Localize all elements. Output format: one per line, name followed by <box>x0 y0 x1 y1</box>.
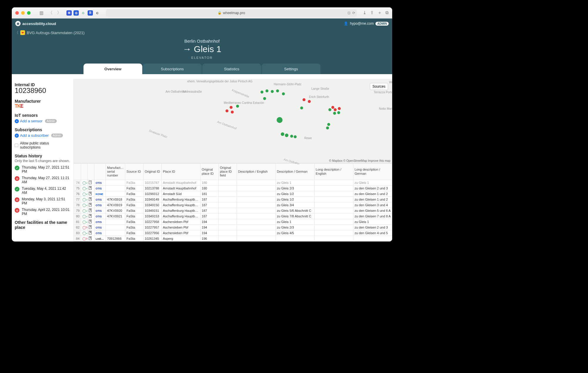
map-status-marker[interactable] <box>271 90 274 93</box>
maximize-window-button[interactable] <box>27 11 31 15</box>
close-window-button[interactable] <box>15 11 19 15</box>
source-id-cell: FaSta <box>125 225 143 230</box>
tab-subscriptions[interactable]: Subscriptions <box>143 64 202 74</box>
desc-en-cell <box>237 225 275 230</box>
ext-icon-4[interactable]: B <box>88 10 93 16</box>
map-status-marker[interactable] <box>327 123 330 126</box>
address-bar[interactable]: 🔒 wheelmap.pro ⊡ ⟳ <box>106 9 357 17</box>
map-status-marker[interactable] <box>294 135 297 138</box>
ext-icon-3[interactable]: ◇ <box>81 10 86 16</box>
share-icon[interactable]: ⇪ <box>370 10 374 16</box>
table-row[interactable]: 77◯✓OTIS47KV0918FaSta10349149Aschaffenbu… <box>74 197 392 202</box>
ext-icon-2[interactable]: ◎ <box>74 10 79 16</box>
ext-icon-5[interactable]: ◐ <box>95 10 100 16</box>
sidebar-toggle-icon[interactable]: ▥ <box>38 10 45 16</box>
map-status-marker[interactable] <box>231 111 234 114</box>
column-header[interactable]: Long description / English <box>314 164 353 180</box>
map-status-marker[interactable] <box>236 105 239 108</box>
map-status-marker[interactable] <box>265 89 268 92</box>
tab-overview[interactable]: Overview <box>83 64 142 74</box>
original-id-cell: 10298312 <box>143 191 162 197</box>
column-header[interactable]: Description / German <box>275 164 314 180</box>
column-header[interactable]: Original place ID field <box>218 164 237 180</box>
table-row[interactable]: 79◯✓OTIS47KV0920FaSta10349151Aschaffenbu… <box>74 208 392 214</box>
map-status-marker[interactable] <box>281 132 284 136</box>
new-tab-icon[interactable]: ＋ <box>377 10 382 16</box>
column-header[interactable]: Description / English <box>237 164 275 180</box>
column-header[interactable] <box>88 164 94 180</box>
map-status-marker[interactable] <box>333 112 336 115</box>
table-row[interactable]: 83◯✓OTISFaSta10227956Aschersleben Pbf194… <box>74 230 392 236</box>
map-status-marker[interactable] <box>225 109 228 112</box>
history-item[interactable]: ⊖Monday, May 3, 2021 12:51 PM <box>15 197 71 205</box>
allow-public-checkbox[interactable]: Allow public status subscriptions <box>15 141 71 149</box>
tab-settings[interactable]: Settings <box>262 64 320 74</box>
map-status-marker[interactable] <box>277 117 283 123</box>
column-header[interactable] <box>94 164 106 180</box>
column-header[interactable]: Long description / German <box>353 164 392 180</box>
column-header[interactable]: Original ID <box>143 164 162 180</box>
nav-back-button[interactable]: 〈 <box>47 10 54 16</box>
status-history-sub: Only the last 5 changes are shown. <box>15 159 71 163</box>
desc-de-cell: zu Gleis 5/6 Abschnitt C <box>275 208 314 214</box>
map-status-marker[interactable] <box>300 106 303 109</box>
minimize-window-button[interactable] <box>21 11 25 15</box>
table-row[interactable]: 84◯✕Lödi…70912866FaSta10261345Asperg196 <box>74 236 392 242</box>
original-place-id-field-cell <box>218 202 237 208</box>
map-status-marker[interactable] <box>326 126 329 129</box>
original-place-id-field-cell <box>218 219 237 225</box>
column-header[interactable]: Manufacturer serial number <box>106 164 125 180</box>
map-status-marker[interactable] <box>328 108 331 111</box>
nav-forward-button[interactable]: 〉 <box>56 10 62 16</box>
map-status-marker[interactable] <box>230 106 233 109</box>
table-row[interactable]: 74◯✓OTISFaSta10215787Arnstadt Hauptbahnh… <box>74 180 392 186</box>
map-sources-button[interactable]: Sources <box>370 83 388 90</box>
main-panel: Sources © Mapbox © OpenStreetMap Improve… <box>74 79 392 242</box>
column-header[interactable]: Source ID <box>125 164 143 180</box>
original-place-id-field-cell <box>218 230 237 236</box>
column-header[interactable]: Original place ID <box>201 164 219 180</box>
map-status-marker[interactable] <box>290 135 293 138</box>
table-row[interactable]: 85◯✓TKE284013012FaSta10496750Attilastraß… <box>74 242 392 242</box>
table-row[interactable]: 81◯✓OTISFaSta10227958Aschersleben Pbf194… <box>74 219 392 225</box>
table-row[interactable]: 78◯✓OTIS47KV0919FaSta10349150Aschaffenbu… <box>74 202 392 208</box>
map-status-marker[interactable] <box>282 92 285 95</box>
map-status-marker[interactable] <box>260 91 263 94</box>
row-index: 82 <box>74 225 81 230</box>
map-status-marker[interactable] <box>285 134 288 137</box>
breadcrumb-back-icon[interactable]: 〈 <box>15 30 19 35</box>
history-item[interactable]: ⊖Thursday, April 22, 2021 10:01 PM <box>15 208 71 216</box>
downloads-icon[interactable]: ⤓ <box>363 10 367 16</box>
add-subscriber-link[interactable]: + Add a subscriber Admin <box>15 133 71 138</box>
map-status-marker[interactable] <box>308 100 311 103</box>
map-status-marker[interactable] <box>337 111 340 114</box>
breadcrumb[interactable]: BVG Aufzugs-Stammdaten (2021) <box>27 31 85 35</box>
table-row[interactable]: 76◯✓KONEFaSta10298312Arnstadt Süd181zu G… <box>74 191 392 197</box>
add-sensor-link[interactable]: + Add a sensor Admin <box>15 119 71 123</box>
map-status-marker[interactable] <box>303 98 305 101</box>
column-header[interactable] <box>74 164 81 180</box>
other-facilities-label: Other facilities at the same place <box>15 220 71 230</box>
map-status-marker[interactable] <box>338 107 341 110</box>
ext-icon-1[interactable]: ⊞ <box>66 10 72 16</box>
map-status-marker[interactable] <box>276 89 279 92</box>
column-header[interactable] <box>81 164 88 180</box>
map-view[interactable]: Sources © Mapbox © OpenStreetMap Improve… <box>74 79 392 163</box>
place-id-cell: Arnstadt Süd <box>162 191 201 197</box>
tabs-overview-icon[interactable]: ⧉ <box>385 10 389 16</box>
table-row[interactable]: 75◯✓OTISFaSta10213788Arnstadt Hauptbahnh… <box>74 186 392 191</box>
reload-icon[interactable]: ⟳ <box>352 11 355 15</box>
history-item[interactable]: ✓Thursday, May 27, 2021 12:51 PM <box>15 165 71 174</box>
map-status-marker[interactable] <box>263 97 266 100</box>
column-header[interactable]: Place ID <box>162 164 201 180</box>
data-table[interactable]: Manufacturer serial numberSource IDOrigi… <box>74 163 392 242</box>
original-place-id-cell: 194 <box>201 225 219 230</box>
table-row[interactable]: 80◯✓OTIS47KV0921FaSta10349153Aschaffenbu… <box>74 214 392 219</box>
map-status-marker[interactable] <box>334 108 337 111</box>
table-row[interactable]: 82◯✕OTISFaSta10227957Aschersleben Pbf194… <box>74 225 392 230</box>
history-item[interactable]: ⊖Thursday, May 27, 2021 11:21 AM <box>15 176 71 184</box>
history-item[interactable]: ✓Tuesday, May 4, 2021 11:42 AM <box>15 186 71 195</box>
tab-statistics[interactable]: Statistics <box>202 64 261 74</box>
translate-icon[interactable]: ⊡ <box>348 11 350 15</box>
user-email[interactable]: hypo@me.com <box>350 21 374 26</box>
